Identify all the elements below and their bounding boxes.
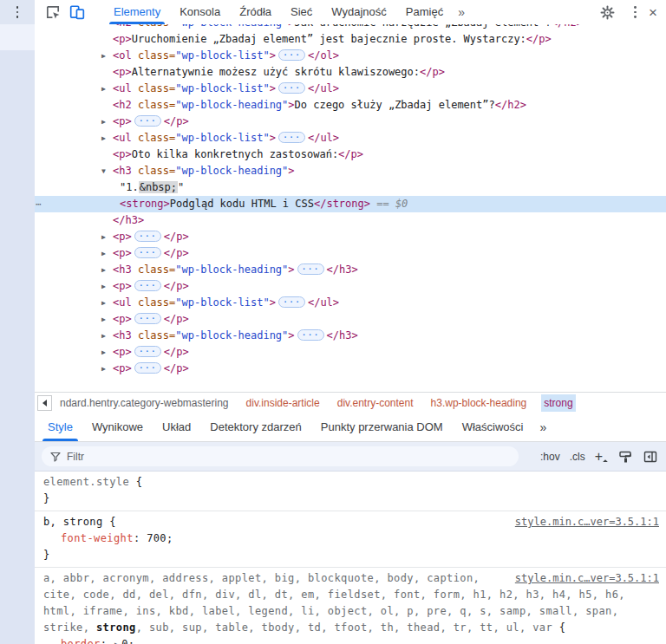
dom-tree-row[interactable]: ▶<p>···</p> — [35, 344, 666, 361]
breadcrumb-item[interactable]: h3.wp-block-heading — [428, 394, 530, 412]
toggle-cls[interactable]: .cls — [570, 451, 585, 463]
collapsed-children-icon[interactable]: ··· — [297, 329, 324, 341]
css-property-value[interactable]: 0 — [121, 638, 128, 644]
expand-arrow-icon[interactable]: ▶ — [101, 361, 113, 377]
dom-tree-row[interactable]: ▶<h3 class="wp-block-heading">···</h3> — [35, 262, 666, 278]
expand-arrow-icon[interactable]: ▶ — [101, 229, 113, 245]
dom-tree-row[interactable]: </h3> — [35, 212, 666, 229]
new-style-rule-button[interactable]: + — [595, 451, 607, 463]
tab-pamięć[interactable]: Pamięć — [396, 0, 453, 24]
dom-tree-row[interactable]: ▼<h3 class="wp-block-heading"> — [35, 163, 666, 179]
code-token: <p> — [113, 66, 132, 78]
collapsed-children-icon[interactable]: ··· — [134, 313, 161, 324]
colon: : — [134, 532, 147, 544]
dom-tree-row[interactable]: ▶<ul class="wp-block-list">···</ul> — [35, 130, 666, 146]
css-property-name[interactable]: border — [61, 638, 101, 644]
styles-tab-style[interactable]: Style — [38, 413, 82, 441]
collapsed-children-icon[interactable]: ··· — [278, 296, 305, 308]
dom-tree-row[interactable]: <p>Alternatywnie możesz użyć skrótu klaw… — [35, 64, 666, 81]
code-token: </p> — [164, 346, 189, 358]
collapsed-children-icon[interactable]: ··· — [278, 49, 305, 61]
devtools-menu-icon[interactable] — [634, 6, 637, 17]
css-property-row[interactable]: font-weight: 700; — [43, 530, 659, 547]
collapsed-children-icon[interactable]: ··· — [278, 82, 305, 94]
css-property-value[interactable]: 700 — [147, 532, 166, 544]
styles-tab-układ[interactable]: Układ — [153, 413, 200, 441]
breadcrumb-item[interactable]: strong — [541, 394, 575, 412]
dom-tree-row[interactable]: <h2 class="wp-block-heading">Jak uruchom… — [35, 24, 666, 31]
expand-arrow-icon[interactable]: ▶ — [101, 114, 113, 130]
collapsed-children-icon[interactable]: ··· — [134, 362, 161, 374]
close-icon[interactable]: × — [649, 5, 657, 20]
styles-tab-wynikowe[interactable]: Wynikowe — [82, 413, 153, 441]
collapsed-children-icon[interactable]: ··· — [134, 346, 161, 357]
filter-field[interactable] — [42, 446, 519, 466]
collapsed-children-icon[interactable]: ··· — [134, 231, 161, 242]
styles-tab-właściwości[interactable]: Właściwości — [453, 413, 533, 441]
toggle-hov[interactable]: :hov — [540, 451, 560, 463]
dom-tree-row[interactable]: ▶<ol class="wp-block-list">···</ol> — [35, 48, 666, 64]
css-property-name[interactable]: font-weight — [61, 532, 134, 544]
dom-tree-row[interactable]: ▶<p>···</p> — [35, 114, 666, 130]
code-token: <p> — [113, 115, 132, 127]
expand-shorthand-icon[interactable]: ▶ — [114, 641, 119, 644]
dom-tree-row[interactable]: ▶<p>···</p> — [35, 361, 666, 377]
expand-arrow-icon[interactable]: ▶ — [101, 295, 113, 311]
breadcrumb-item[interactable]: ndard.hentry.category-webmastering — [57, 394, 232, 412]
dom-tree-row[interactable]: ▶<h3 class="wp-block-heading">···</h3> — [35, 328, 666, 344]
expand-arrow-icon[interactable]: ▶ — [101, 245, 113, 262]
expand-arrow-icon[interactable]: ▶ — [101, 328, 113, 344]
code-token: <p> — [113, 362, 132, 374]
tab-konsola[interactable]: Konsola — [170, 0, 230, 24]
tab-sieć[interactable]: Sieć — [281, 0, 322, 24]
expand-arrow-icon[interactable]: ▶ — [101, 130, 113, 146]
stylesheet-link[interactable]: style.min.c…ver=3.5.1:1 — [515, 570, 659, 587]
dom-tree-row[interactable]: <p>Uruchomienie „Zbadaj element” jest ba… — [35, 31, 666, 48]
filter-input[interactable] — [67, 451, 510, 463]
dom-tree-row[interactable]: ▶<p>···</p> — [35, 311, 666, 328]
row-menu-icon[interactable]: ⋯ — [36, 196, 42, 212]
dom-tree-row[interactable]: ▶<p>···</p> — [35, 245, 666, 262]
more-tabs-button[interactable]: » — [453, 5, 470, 19]
breadcrumb-back-button[interactable] — [37, 395, 52, 411]
styles-tab-detektory zdarzeń[interactable]: Detektory zdarzeń — [200, 413, 311, 441]
semicolon: ; — [166, 532, 173, 544]
expand-arrow-icon[interactable]: ▶ — [101, 48, 113, 64]
collapsed-children-icon[interactable]: ··· — [134, 280, 161, 291]
stylesheet-link[interactable]: style.min.c…ver=3.5.1:1 — [515, 514, 659, 530]
code-token: <h3 — [113, 263, 132, 276]
tab-elementy[interactable]: Elementy — [104, 0, 170, 24]
expand-arrow-icon[interactable]: ▶ — [101, 262, 113, 278]
collapsed-children-icon[interactable]: ··· — [134, 115, 161, 127]
expand-arrow-icon[interactable]: ▶ — [101, 81, 113, 97]
sidebar-toggle-icon[interactable] — [643, 450, 657, 464]
dom-tree-row[interactable]: ▶<ul class="wp-block-list">···</ul> — [35, 81, 666, 97]
dom-tree-row[interactable]: ▶<ul class="wp-block-list">···</ul> — [35, 295, 666, 311]
expand-arrow-icon[interactable]: ▶ — [101, 344, 113, 361]
breadcrumb-item[interactable]: div.inside-article — [244, 394, 323, 412]
collapsed-children-icon[interactable]: ··· — [297, 263, 324, 275]
tab-źródła[interactable]: Źródła — [230, 0, 281, 24]
expand-arrow-icon[interactable]: ▼ — [101, 163, 113, 179]
breadcrumb-item[interactable]: div.entry-content — [335, 394, 416, 412]
device-toolbar-icon[interactable] — [68, 3, 87, 21]
tab-wydajność[interactable]: Wydajność — [322, 0, 395, 24]
paint-roller-icon[interactable] — [618, 450, 632, 464]
dom-tree-row[interactable]: "1.&nbsp;" — [35, 179, 666, 196]
collapsed-children-icon[interactable]: ··· — [278, 132, 305, 143]
breadcrumb-items: ndard.hentry.category-webmasteringdiv.in… — [57, 394, 588, 412]
dom-tree-row[interactable]: ⋯<strong>Podgląd kodu HTML i CSS</strong… — [35, 196, 666, 212]
expand-arrow-icon[interactable]: ▶ — [101, 278, 113, 295]
styles-tab-punkty przerwania dom[interactable]: Punkty przerwania DOM — [311, 413, 453, 441]
rail-menu-button[interactable] — [0, 0, 35, 24]
collapsed-children-icon[interactable]: ··· — [134, 247, 161, 258]
expand-arrow-icon[interactable]: ▶ — [101, 311, 113, 328]
styles-more-tabs-button[interactable]: » — [532, 420, 553, 434]
dom-tree-row[interactable]: <h2 class="wp-block-heading">Do czego sł… — [35, 97, 666, 114]
dom-tree-row[interactable]: ▶<p>···</p> — [35, 229, 666, 245]
css-property-row[interactable]: border: ▶0; — [43, 636, 659, 644]
dom-tree-row[interactable]: ▶<p>···</p> — [35, 278, 666, 295]
dom-tree-row[interactable]: <p>Oto kilka konkretnych zastosowań:</p> — [35, 146, 666, 163]
inspect-cursor-icon[interactable] — [43, 3, 62, 21]
gear-icon[interactable] — [597, 3, 617, 21]
